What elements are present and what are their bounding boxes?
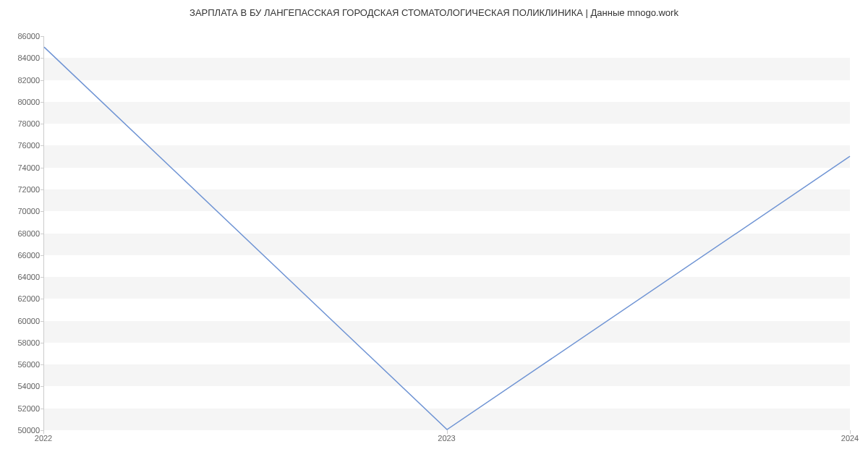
y-tick-label: 68000: [4, 229, 40, 238]
x-tick-mark: [447, 430, 448, 434]
y-tick-label: 64000: [4, 273, 40, 281]
y-tick-mark: [41, 189, 43, 190]
y-tick-mark: [41, 102, 43, 103]
y-tick-mark: [41, 234, 43, 234]
y-tick-mark: [41, 343, 43, 343]
y-tick-label: 76000: [4, 141, 40, 150]
y-tick-mark: [41, 299, 43, 299]
y-tick-mark: [41, 36, 43, 37]
y-tick-label: 60000: [4, 317, 40, 325]
y-tick-mark: [41, 211, 43, 212]
y-tick-label: 80000: [4, 98, 40, 106]
series-line: [44, 47, 850, 430]
y-tick-label: 70000: [4, 207, 40, 215]
y-tick-label: 82000: [4, 76, 40, 85]
chart-container: ЗАРПЛАТА В БУ ЛАНГЕПАССКАЯ ГОРОДСКАЯ СТО…: [0, 0, 868, 470]
y-tick-mark: [41, 80, 43, 81]
y-tick-label: 72000: [4, 185, 40, 194]
y-tick-mark: [41, 124, 43, 124]
y-tick-label: 78000: [4, 119, 40, 128]
line-series: [44, 36, 850, 430]
y-tick-mark: [41, 168, 43, 168]
x-tick-label: 2022: [35, 434, 52, 443]
y-tick-mark: [41, 277, 43, 278]
y-tick-label: 86000: [4, 32, 40, 40]
y-tick-mark: [41, 255, 43, 256]
y-tick-label: 56000: [4, 360, 40, 369]
x-tick-label: 2024: [841, 434, 859, 443]
chart-title: ЗАРПЛАТА В БУ ЛАНГЕПАССКАЯ ГОРОДСКАЯ СТО…: [0, 7, 868, 18]
y-tick-mark: [41, 364, 43, 365]
y-tick-mark: [41, 145, 43, 146]
x-tick-mark: [850, 430, 851, 434]
y-tick-mark: [41, 409, 43, 409]
x-tick-label: 2023: [438, 434, 455, 443]
y-tick-label: 62000: [4, 294, 40, 303]
y-tick-mark: [41, 321, 43, 322]
y-tick-mark: [41, 58, 43, 59]
y-tick-label: 74000: [4, 163, 40, 172]
y-tick-label: 54000: [4, 382, 40, 390]
y-tick-label: 84000: [4, 54, 40, 62]
plot-area: [43, 36, 850, 430]
y-tick-label: 58000: [4, 338, 40, 347]
x-tick-mark: [43, 430, 44, 434]
y-tick-mark: [41, 386, 43, 387]
y-tick-label: 66000: [4, 251, 40, 260]
y-tick-label: 52000: [4, 404, 40, 413]
